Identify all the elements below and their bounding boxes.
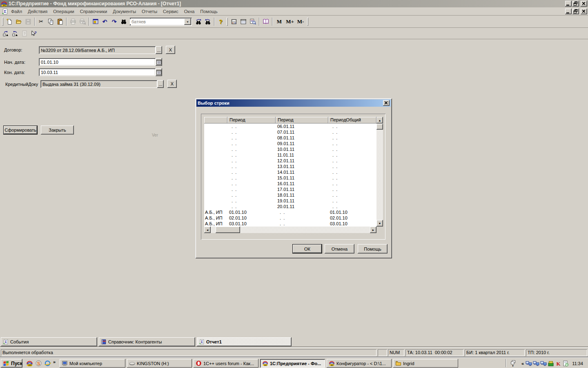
copy-button[interactable] xyxy=(46,17,55,26)
find-combobox[interactable]: ▼ xyxy=(130,18,192,26)
credit-doc-clear-button[interactable]: X xyxy=(167,80,177,88)
taskbar-task-3[interactable]: 1С1С:Предприятие - Фо... xyxy=(260,359,325,368)
menu-item-2[interactable]: Операции xyxy=(50,8,77,15)
generate-button[interactable]: Сформировать xyxy=(3,126,38,135)
quicklaunch-1c-icon[interactable]: 1С xyxy=(26,360,33,367)
find-prev-button[interactable] xyxy=(203,17,212,26)
credit-doc-ellipsis-button[interactable]: ... xyxy=(157,80,164,88)
menu-item-6[interactable]: Сервис xyxy=(160,8,181,15)
calendar-button[interactable] xyxy=(238,17,248,26)
quicklaunch-script-icon[interactable]: S xyxy=(35,360,42,367)
column-header-3[interactable]: ПериодОбщий xyxy=(328,117,376,123)
network-tray-icon[interactable] xyxy=(526,360,532,367)
find-next-button[interactable] xyxy=(194,17,203,26)
print-preview-button[interactable] xyxy=(78,17,87,26)
memory-button-М[interactable]: М xyxy=(274,17,285,26)
restore-button[interactable] xyxy=(572,1,579,7)
end-date-field[interactable]: 10.03.11 xyxy=(39,68,156,76)
table-row-11[interactable]: . .17.01.11 . . xyxy=(204,186,376,192)
menu-item-1[interactable]: Действия xyxy=(25,8,50,15)
print-button[interactable] xyxy=(68,17,78,26)
subst-on-button[interactable] xyxy=(1,29,10,38)
redo-button[interactable]: ↷ xyxy=(109,17,119,26)
help-button[interactable]: Помощь xyxy=(358,244,388,254)
vscroll-track[interactable] xyxy=(376,123,383,227)
menu-item-3[interactable]: Справочники xyxy=(77,8,110,15)
calc-lookup-button[interactable] xyxy=(248,17,257,26)
hscroll-thumb[interactable] xyxy=(216,227,240,233)
open-button[interactable] xyxy=(14,17,23,26)
quicklaunch-ie-icon[interactable] xyxy=(44,360,51,367)
table-row-7[interactable]: . .13.01.11 . . xyxy=(204,164,376,169)
memory-button-М+[interactable]: М+ xyxy=(285,17,295,26)
help-button[interactable]: ? xyxy=(216,17,225,26)
toolbar-grip[interactable] xyxy=(227,18,228,26)
cancel-button[interactable]: Отмена xyxy=(325,244,354,254)
table-row-3[interactable]: . .09.01.11 . . xyxy=(204,141,376,146)
book-button[interactable] xyxy=(261,17,270,26)
taskbar-task-1[interactable]: KINGSTON (H:) xyxy=(127,359,192,368)
mdi-tab-0[interactable]: ΣСобытия xyxy=(1,337,97,346)
vscroll-thumb[interactable] xyxy=(376,124,383,130)
close-button[interactable] xyxy=(581,1,587,7)
taskbar-task-5[interactable]: Ingrid xyxy=(393,359,458,368)
mdi-child-icon[interactable]: Σ xyxy=(2,8,8,15)
network-tray-icon[interactable] xyxy=(533,360,539,367)
tray-chevron[interactable]: « xyxy=(521,361,524,366)
table-row-13[interactable]: . .19.01.11 . . xyxy=(204,198,376,204)
scroll-right-button[interactable]: ► xyxy=(370,227,376,233)
contract-field[interactable]: №3209 от 28.12.09/Батяев А.Б., ИП xyxy=(39,46,156,54)
dialog-close-button[interactable] xyxy=(383,100,390,106)
table-row-16[interactable]: А.Б., ИП02.01.10 . .02.01.10 xyxy=(204,215,376,221)
scroll-down-button[interactable]: ▼ xyxy=(376,220,383,227)
menu-item-5[interactable]: Отчеты xyxy=(139,8,160,15)
table-row-5[interactable]: . .11.01.11 . . xyxy=(204,152,376,158)
column-header-1[interactable]: Период xyxy=(227,117,276,123)
save-button[interactable] xyxy=(23,17,33,26)
find-input[interactable] xyxy=(130,19,184,24)
menu-item-8[interactable]: Помощь xyxy=(197,8,220,15)
network-tray-icon[interactable] xyxy=(540,360,547,367)
table-row-4[interactable]: . .10.01.11 . . xyxy=(204,146,376,152)
doc-help-button[interactable]: ? xyxy=(20,29,29,38)
end-date-picker-button[interactable] xyxy=(156,68,162,76)
menu-item-0[interactable]: Файл xyxy=(8,8,25,15)
find-button[interactable] xyxy=(119,17,128,26)
table-row-10[interactable]: . .16.01.11 . . xyxy=(204,181,376,186)
calculator-button[interactable] xyxy=(229,17,238,26)
taskbar-task-0[interactable]: Мой компьютер xyxy=(60,359,125,368)
vertical-scrollbar[interactable]: ▲ ▼ xyxy=(376,117,383,227)
scroll-left-button[interactable]: ◄ xyxy=(204,227,211,233)
desktop-toolbar-handle[interactable]: ▼ xyxy=(508,359,518,368)
taskbar-task-4[interactable]: 1СКонфигуратор - < D:\1... xyxy=(327,359,392,368)
table-row-12[interactable]: . .18.01.11 . . xyxy=(204,192,376,198)
taskbar-task-2[interactable]: 1C++ users forum - Как... xyxy=(194,359,258,368)
close-form-button[interactable]: Закрыть xyxy=(41,126,74,135)
start-date-picker-button[interactable] xyxy=(156,58,162,66)
column-header-2[interactable]: Период xyxy=(276,117,328,123)
table-row-17[interactable]: А.Б., ИП03.01.10 . .03.01.10 xyxy=(204,221,376,227)
undo-button[interactable]: ↶ xyxy=(100,17,109,26)
subst-off-button[interactable] xyxy=(10,29,20,38)
paste-button[interactable] xyxy=(55,17,65,26)
combobox-dropdown-button[interactable]: ▼ xyxy=(184,18,191,25)
ok-button[interactable]: ОК xyxy=(292,244,322,254)
sched-tray-icon[interactable] xyxy=(562,360,569,367)
menu-item-4[interactable]: Документы xyxy=(110,8,139,15)
new-button[interactable] xyxy=(4,17,14,26)
mdi-tab-2[interactable]: ΣОтчет1 xyxy=(197,337,292,346)
tablegrid-button[interactable] xyxy=(91,17,100,26)
horizontal-scrollbar[interactable]: ◄ ► xyxy=(204,227,376,233)
quicklaunch-overflow-chevron[interactable]: » xyxy=(53,359,56,364)
dialog-title-bar[interactable]: Выбор строки xyxy=(196,99,391,107)
column-header-0[interactable] xyxy=(204,117,227,123)
memory-button-М-[interactable]: М- xyxy=(295,17,306,26)
kaspersky-tray-icon[interactable]: K xyxy=(555,360,561,367)
context-help-button[interactable]: ? xyxy=(29,29,38,38)
table-row-1[interactable]: . .07.01.11 . . xyxy=(204,129,376,135)
start-date-field[interactable]: 01.01.10 xyxy=(39,58,156,66)
mdi-tab-1[interactable]: Справочник: Контрагенты xyxy=(99,337,195,346)
mdi-minimize-button[interactable] xyxy=(565,9,572,14)
start-button[interactable]: Пуск xyxy=(1,359,22,368)
table-row-14[interactable]: . .20.01.11 . . xyxy=(204,204,376,209)
